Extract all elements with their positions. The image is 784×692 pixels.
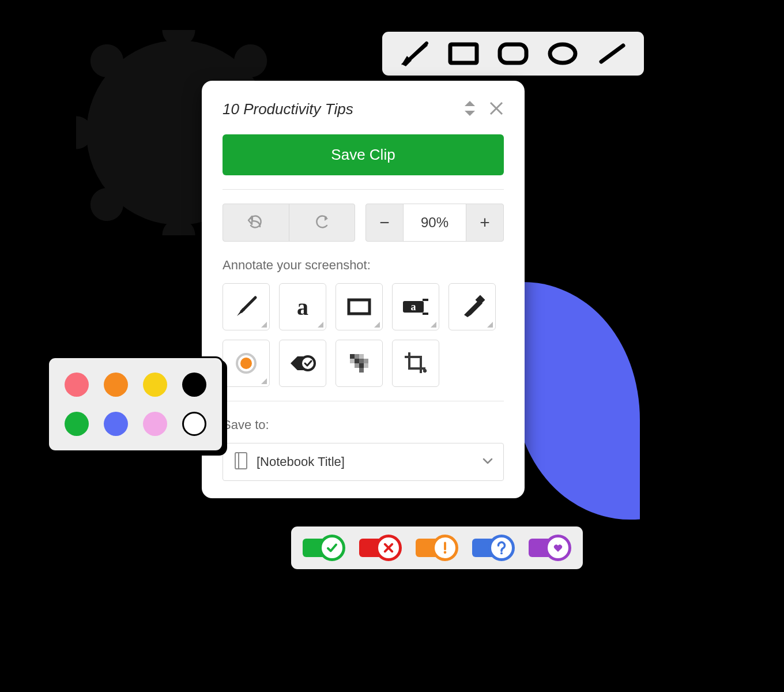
divider xyxy=(223,189,504,190)
stamp-toolbar xyxy=(289,525,585,571)
color-swatch[interactable] xyxy=(182,412,206,436)
notebook-icon xyxy=(233,452,248,472)
tool-crop[interactable] xyxy=(392,340,439,387)
svg-point-22 xyxy=(240,358,252,369)
svg-rect-14 xyxy=(349,300,370,314)
svg-rect-31 xyxy=(355,363,359,368)
tool-tag[interactable] xyxy=(279,340,326,387)
color-swatch[interactable] xyxy=(143,412,167,436)
zoom-group: − 90% + xyxy=(365,204,504,242)
shape-rounded-rectangle[interactable] xyxy=(496,40,530,67)
undo-button[interactable] xyxy=(223,204,289,241)
svg-rect-33 xyxy=(364,363,368,368)
zoom-value: 90% xyxy=(403,204,466,241)
svg-point-23 xyxy=(301,356,315,370)
svg-rect-27 xyxy=(350,359,355,363)
annotation-tools: a a xyxy=(223,283,504,387)
tool-color-picker[interactable] xyxy=(223,340,270,387)
stamp-exclaim[interactable] xyxy=(416,535,458,561)
clipper-panel: 10 Productivity Tips Save Clip xyxy=(202,81,525,498)
svg-rect-32 xyxy=(359,363,364,368)
color-swatch[interactable] xyxy=(65,412,89,436)
stamp-heart[interactable] xyxy=(529,535,571,561)
color-swatch[interactable] xyxy=(182,373,206,397)
color-swatch[interactable] xyxy=(104,373,128,397)
svg-line-0 xyxy=(408,43,427,61)
svg-point-42 xyxy=(444,551,447,554)
svg-rect-37 xyxy=(235,453,247,469)
svg-line-5 xyxy=(601,46,623,62)
shape-line[interactable] xyxy=(595,40,629,67)
svg-marker-7 xyxy=(465,111,475,116)
svg-marker-6 xyxy=(465,101,475,106)
svg-rect-28 xyxy=(355,359,359,363)
redo-button[interactable] xyxy=(289,204,355,241)
svg-rect-34 xyxy=(359,368,364,373)
decorative-leaf xyxy=(513,271,640,530)
svg-rect-2 xyxy=(450,44,477,63)
tool-text[interactable]: a xyxy=(279,283,326,330)
clip-title: 10 Productivity Tips xyxy=(223,100,353,118)
divider xyxy=(223,401,504,401)
notebook-selected: [Notebook Title] xyxy=(257,454,345,469)
svg-rect-24 xyxy=(350,354,355,359)
tool-marker[interactable] xyxy=(448,283,496,330)
chevron-down-icon xyxy=(483,457,493,467)
tool-stamp[interactable]: a xyxy=(392,283,439,330)
stamp-question[interactable] xyxy=(472,535,515,561)
zoom-out-button[interactable]: − xyxy=(366,204,403,241)
shape-ellipse[interactable] xyxy=(546,40,579,67)
svg-marker-13 xyxy=(237,308,245,316)
svg-rect-30 xyxy=(364,359,368,363)
svg-rect-29 xyxy=(359,359,364,363)
tool-rectangle[interactable] xyxy=(336,283,383,330)
shape-arrow[interactable] xyxy=(397,40,431,67)
shape-toolbar xyxy=(380,30,646,77)
save-clip-button[interactable]: Save Clip xyxy=(223,134,504,175)
annotate-label: Annotate your screenshot: xyxy=(223,258,504,273)
history-group xyxy=(223,204,355,242)
svg-point-4 xyxy=(550,44,575,63)
svg-text:a: a xyxy=(411,301,416,313)
shape-rectangle[interactable] xyxy=(447,40,480,67)
stamp-check[interactable] xyxy=(303,535,345,561)
tool-pixelate[interactable] xyxy=(336,340,383,387)
zoom-in-button[interactable]: + xyxy=(466,204,503,241)
color-palette xyxy=(47,356,224,452)
color-swatch[interactable] xyxy=(104,412,128,436)
tool-arrow[interactable] xyxy=(223,283,270,330)
svg-rect-25 xyxy=(355,354,359,359)
close-icon[interactable] xyxy=(489,101,504,118)
expand-collapse-icon[interactable] xyxy=(463,101,476,118)
notebook-dropdown[interactable]: [Notebook Title] xyxy=(223,443,504,481)
color-swatch[interactable] xyxy=(143,373,167,397)
svg-rect-26 xyxy=(359,354,364,359)
save-to-label: Save to: xyxy=(223,418,504,432)
svg-point-43 xyxy=(500,552,503,554)
svg-rect-3 xyxy=(500,44,526,63)
stamp-cross[interactable] xyxy=(359,535,402,561)
color-swatch[interactable] xyxy=(65,373,89,397)
